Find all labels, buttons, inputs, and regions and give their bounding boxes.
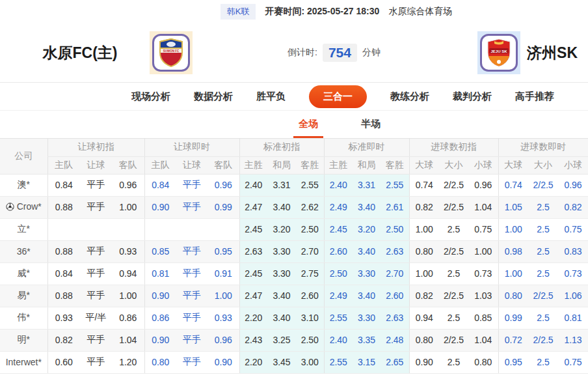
odds-cell: 2.45: [324, 218, 353, 240]
sub-header: 和局: [267, 156, 296, 174]
league-badge[interactable]: 韩K联: [220, 4, 256, 20]
odds-cell: 0.81: [558, 307, 588, 329]
odds-cell: 0.72: [498, 329, 528, 351]
odds-cell: 平手: [176, 285, 207, 307]
odds-cell: 0.90: [144, 329, 176, 351]
team-header: 水原FC(主) SUWON FC 倒计时: 754 分钟: [0, 23, 588, 82]
odds-table: 公司让球初指让球即时标准初指标准即时进球数初指进球数即时主队让球客队主队让球客队…: [0, 139, 588, 374]
odds-cell: 3.31: [267, 174, 296, 196]
odds-cell: 3.30: [353, 262, 381, 285]
sub-header: 和局: [353, 156, 381, 174]
odds-cell: 3.40: [353, 196, 381, 218]
kickoff-label: 开赛时间:: [265, 6, 304, 16]
odds-cell: 2.5: [528, 196, 558, 218]
odds-cell: 2.5: [528, 262, 558, 285]
odds-cell: 2.40: [239, 174, 267, 196]
odds-cell: 平手: [80, 329, 112, 351]
home-crest-icon: SUWON FC: [158, 38, 184, 67]
odds-cell: 3.40: [267, 307, 296, 329]
company-cell[interactable]: Crow*: [0, 196, 47, 218]
nav-tab-4-active[interactable]: 三合一: [309, 85, 367, 108]
company-cell[interactable]: 36*: [0, 240, 47, 262]
odds-cell: 2.70: [296, 240, 324, 262]
odds-cell: 0.88: [47, 285, 80, 307]
group-header-4: 标准即时: [324, 139, 409, 156]
odds-cell: 0.93: [47, 307, 80, 329]
odds-cell: 0.74: [409, 174, 439, 196]
odds-cell: 0.81: [144, 262, 176, 285]
odds-cell: 0.80: [144, 351, 176, 373]
odds-row-易: 易*0.88平手1.000.90平手1.002.473.402.602.493.…: [0, 285, 588, 307]
odds-cell: 2.20: [239, 307, 267, 329]
odds-cell: 1.00: [498, 262, 528, 285]
odds-cell: 0.99: [207, 196, 239, 218]
odds-cell: 2.45: [239, 262, 267, 285]
odds-cell: 0.90: [409, 351, 439, 373]
column-header-company: 公司: [0, 139, 47, 174]
nav-tab-7[interactable]: 高手推荐: [515, 91, 554, 103]
company-name: 36*: [17, 246, 31, 257]
odds-cell: 0.88: [47, 196, 80, 218]
odds-cell: 2.5: [439, 262, 468, 285]
odds-cell: 2.20: [239, 351, 267, 373]
sub-header: 小球: [558, 156, 588, 174]
odds-cell: 2/2.5: [439, 329, 468, 351]
away-crest-icon: JEJU SK: [486, 38, 512, 67]
odds-cell: 2.63: [239, 240, 267, 262]
odds-row-明: 明*0.82平手1.040.90平手0.962.433.252.502.403.…: [0, 329, 588, 351]
odds-row-威: 威*0.84平手0.940.81平手0.912.453.302.752.503.…: [0, 262, 588, 285]
nav-tab-3[interactable]: 胜平负: [256, 91, 286, 103]
odds-cell: 3.20: [267, 218, 296, 240]
odds-cell: 2.40: [324, 174, 353, 196]
odds-cell: 2.63: [381, 240, 409, 262]
odds-cell: 3.31: [353, 174, 381, 196]
odds-cell: 0.73: [558, 262, 588, 285]
subtab-1-active[interactable]: 全场: [293, 118, 323, 138]
scope-subtabs: 全场半场: [0, 111, 588, 139]
odds-cell: [112, 218, 144, 240]
company-cell[interactable]: 明*: [0, 329, 47, 351]
nav-tab-1[interactable]: 现场分析: [131, 91, 170, 103]
company-cell[interactable]: Interwet*: [0, 351, 47, 373]
odds-cell: 2.5: [439, 218, 468, 240]
odds-cell: [47, 218, 80, 240]
company-cell[interactable]: 澳*: [0, 174, 47, 196]
company-cell[interactable]: 易*: [0, 285, 47, 307]
odds-cell: 2.50: [296, 218, 324, 240]
odds-cell: 1.00: [207, 285, 239, 307]
odds-cell: 0.82: [409, 285, 439, 307]
nav-tab-6[interactable]: 裁判分析: [453, 91, 492, 103]
company-cell[interactable]: 威*: [0, 262, 47, 285]
company-cell[interactable]: 伟*: [0, 307, 47, 329]
odds-cell: 0.99: [498, 307, 528, 329]
odds-cell: 2.45: [239, 218, 267, 240]
soccer-ball-icon: [6, 203, 14, 213]
odds-cell: 2.65: [381, 351, 409, 373]
nav-tab-5[interactable]: 教练分析: [390, 91, 429, 103]
odds-cell: 2.50: [324, 262, 353, 285]
sub-header: 大小: [528, 156, 558, 174]
odds-cell: 2.60: [296, 285, 324, 307]
nav-tab-2[interactable]: 数据分析: [194, 91, 233, 103]
odds-cell: 0.74: [498, 174, 528, 196]
odds-cell: 0.95: [498, 351, 528, 373]
odds-cell: 0.96: [207, 174, 239, 196]
home-team-name: 水原FC(主): [10, 43, 150, 63]
odds-cell: 1.04: [112, 329, 144, 351]
odds-cell: 2.61: [381, 196, 409, 218]
company-cell[interactable]: 立*: [0, 218, 47, 240]
odds-cell: 2.5: [528, 218, 558, 240]
away-team-name: 济州SK: [527, 43, 578, 63]
odds-cell: 2/2.5: [528, 329, 558, 351]
odds-cell: 0.94: [112, 262, 144, 285]
odds-cell: 0.83: [558, 240, 588, 262]
odds-cell: 平手: [176, 174, 207, 196]
odds-cell: 0.98: [498, 240, 528, 262]
company-name: 伟*: [18, 312, 30, 322]
odds-cell: 1.00: [112, 285, 144, 307]
subtab-2[interactable]: 半场: [356, 118, 386, 138]
odds-cell: 平手: [80, 196, 112, 218]
odds-cell: 3.40: [353, 240, 381, 262]
odds-cell: 0.88: [47, 240, 80, 262]
sub-header: 小球: [468, 156, 498, 174]
